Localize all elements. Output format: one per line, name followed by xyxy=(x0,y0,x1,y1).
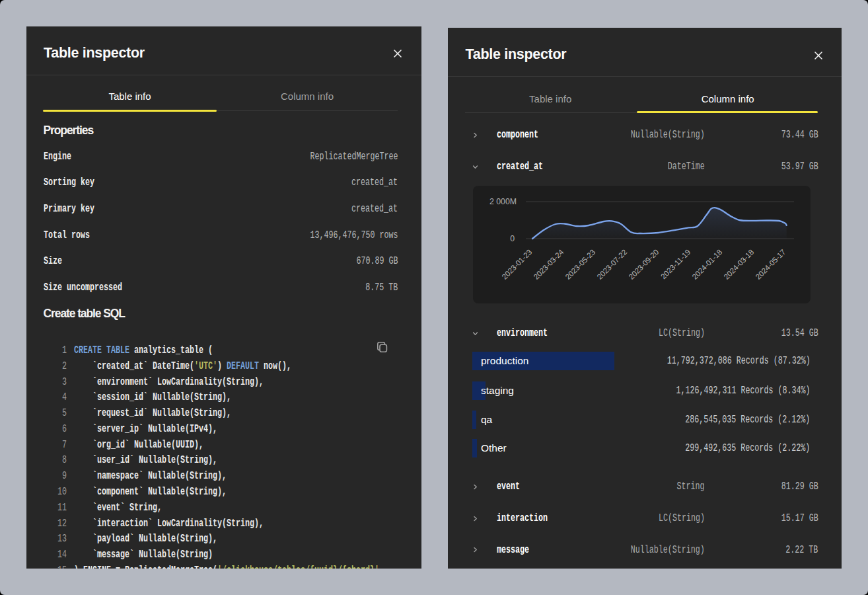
svg-text:2023-07-22: 2023-07-22 xyxy=(595,248,628,281)
svg-text:2023-09-20: 2023-09-20 xyxy=(627,248,660,281)
svg-text:2023-05-23: 2023-05-23 xyxy=(563,248,597,281)
svg-text:0: 0 xyxy=(510,234,515,243)
svg-text:2024-01-18: 2024-01-18 xyxy=(690,248,723,281)
svg-text:2024-03-18: 2024-03-18 xyxy=(722,248,755,281)
svg-text:2 000M: 2 000M xyxy=(489,197,517,206)
svg-text:2024-05-17: 2024-05-17 xyxy=(754,248,787,281)
svg-text:2023-11-19: 2023-11-19 xyxy=(659,248,692,280)
svg-text:2023-03-24: 2023-03-24 xyxy=(532,248,565,282)
svg-text:2023-01-23: 2023-01-23 xyxy=(500,248,533,281)
